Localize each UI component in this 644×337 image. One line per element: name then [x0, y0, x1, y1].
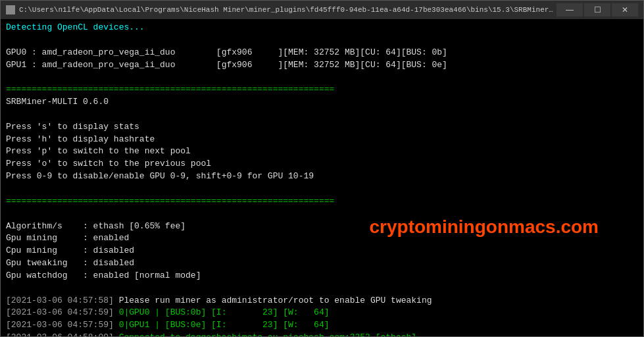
log4-message: Connected to daggerhashimoto.eu.nicehash… [114, 332, 416, 336]
algo-text: Algorithm/s : ethash [0.65% fee] [6, 220, 186, 233]
minimize-button[interactable]: — [557, 3, 583, 16]
cmd-o-text: Press 'o' to switch to the previous pool [6, 158, 211, 170]
log1-timestamp: [2021-03-06 04:57:58] [6, 295, 114, 307]
cmd-h-line: Press 'h' to display hashrate [6, 134, 638, 146]
blank-line-1 [6, 71, 638, 84]
log3-message: 0|GPU1 | [BUS:0e] [I: 23] [W: 64] [114, 319, 330, 332]
log4-line: [2021-03-06 04:58:00] Connected to dagge… [6, 332, 638, 336]
blank-line-4 [6, 208, 638, 220]
close-button[interactable]: ✕ [612, 3, 638, 16]
blank-after-detecting [6, 34, 638, 47]
gpu-watchdog-text: Gpu watchdog : enabled [normal mode] [6, 270, 201, 282]
info-section: Algorithm/s : ethash [0.65% fee] Gpu min… [6, 220, 638, 282]
cmd-o-line: Press 'o' to switch to the previous pool [6, 158, 638, 170]
main-window: C:\Users\n1lfe\AppData\Local\Programs\Ni… [0, 0, 644, 337]
app-icon [6, 5, 15, 14]
cmd-09-line: Press 0-9 to disable/enable GPU 0-9, shi… [6, 170, 638, 183]
separator-1: ========================================… [6, 84, 638, 96]
window-title: C:\Users\n1lfe\AppData\Local\Programs\Ni… [19, 6, 557, 14]
cpu-mining-line: Cpu mining : disabled cryptominingonmacs… [6, 245, 638, 257]
log1-message: Please run miner as administrator/root t… [114, 295, 432, 307]
cmd-s-text: Press 's' to display stats [6, 121, 139, 134]
blank-line-5 [6, 282, 638, 295]
cmd-s-line: Press 's' to display stats [6, 121, 638, 134]
terminal-output: Detecting OpenCL devices... GPU0 : amd_r… [1, 19, 643, 336]
log2-message: 0|GPU0 | [BUS:0b] [I: 23] [W: 64] [114, 307, 330, 319]
maximize-button[interactable]: ☐ [584, 3, 610, 16]
detecting-line: Detecting OpenCL devices... [6, 22, 638, 34]
log4-timestamp: [2021-03-06 04:58:00] [6, 332, 114, 336]
gpu-tweak-text: Gpu tweaking : disabled [6, 257, 134, 270]
cmd-h-text: Press 'h' to display hashrate [6, 134, 155, 146]
gpu-watchdog-line: Gpu watchdog : enabled [normal mode] [6, 270, 638, 282]
title-bar-left: C:\Users\n1lfe\AppData\Local\Programs\Ni… [6, 5, 557, 14]
gpu1-text: GPU1 : amd_radeon_pro_vega_ii_duo [gfx90… [6, 59, 447, 72]
blank-line-3 [6, 183, 638, 195]
gpu-mining-text: Gpu mining : enabled [6, 232, 129, 245]
log1-line: [2021-03-06 04:57:58] Please run miner a… [6, 295, 638, 307]
cmd-p-text: Press 'p' to switch to the next pool [6, 145, 191, 158]
cpu-mining-text: Cpu mining : disabled [6, 245, 134, 257]
gpu1-line: GPU1 : amd_radeon_pro_vega_ii_duo [gfx90… [6, 59, 638, 72]
algo-line: Algorithm/s : ethash [0.65% fee] [6, 220, 638, 233]
log2-line: [2021-03-06 04:57:59] 0|GPU0 | [BUS:0b] … [6, 307, 638, 319]
gpu-mining-line: Gpu mining : enabled [6, 232, 638, 245]
version-line: SRBMiner-MULTI 0.6.0 [6, 96, 638, 109]
window-controls: — ☐ ✕ [557, 3, 638, 16]
gpu0-line: GPU0 : amd_radeon_pro_vega_ii_duo [gfx90… [6, 47, 638, 59]
cmd-09-text: Press 0-9 to disable/enable GPU 0-9, shi… [6, 170, 314, 183]
log3-line: [2021-03-06 04:57:59] 0|GPU1 | [BUS:0e] … [6, 319, 638, 332]
log2-timestamp: [2021-03-06 04:57:59] [6, 307, 114, 319]
separator-2: ========================================… [6, 195, 638, 208]
gpu-tweak-line: Gpu tweaking : disabled [6, 257, 638, 270]
detecting-text: Detecting OpenCL devices... [6, 22, 145, 34]
log3-timestamp: [2021-03-06 04:57:59] [6, 319, 114, 332]
gpu0-text: GPU0 : amd_radeon_pro_vega_ii_duo [gfx90… [6, 47, 447, 59]
title-bar: C:\Users\n1lfe\AppData\Local\Programs\Ni… [1, 1, 643, 19]
blank-line-2 [6, 109, 638, 121]
cmd-p-line: Press 'p' to switch to the next pool [6, 145, 638, 158]
version-text: SRBMiner-MULTI 0.6.0 [6, 96, 109, 109]
